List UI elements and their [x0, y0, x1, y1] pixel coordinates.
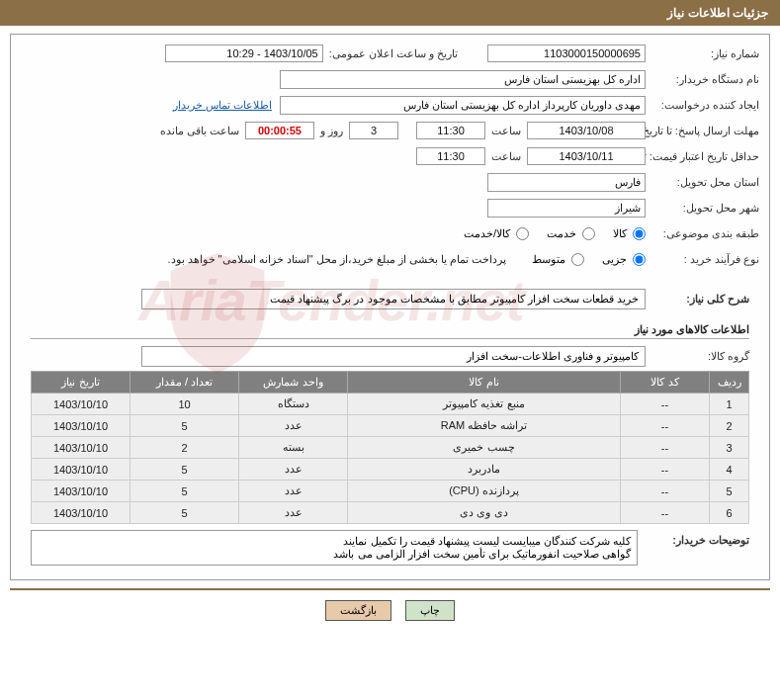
cell-qty: 5	[130, 459, 239, 481]
cell-name: دی وی دی	[348, 502, 621, 524]
cell-row: 1	[710, 394, 749, 415]
table-row: 2--تراشه حافظه RAMعدد51403/10/10	[32, 415, 749, 437]
radio-goods-service[interactable]	[516, 227, 529, 240]
cell-unit: بسته	[239, 437, 348, 459]
cell-code: --	[621, 415, 710, 437]
cell-date: 1403/10/10	[32, 415, 130, 437]
print-button[interactable]: چاپ	[405, 600, 455, 621]
group-label: گروه کالا:	[646, 350, 749, 363]
cell-name: منبع تغذیه کامپیوتر	[348, 394, 621, 415]
buyer-note-line1: کلیه شرکت کنندگان میبایست لیست پیشنهاد ق…	[38, 535, 631, 548]
cell-date: 1403/10/10	[32, 394, 130, 415]
cell-row: 2	[710, 415, 749, 437]
goods-table: ردیف کد کالا نام کالا واحد شمارش تعداد /…	[31, 371, 749, 524]
goods-section-title: اطلاعات کالاهای مورد نیاز	[31, 323, 749, 339]
announce-dt-value: 1403/10/05 - 10:29	[165, 44, 323, 62]
cell-qty: 2	[130, 437, 239, 459]
th-code: کد کالا	[621, 372, 710, 394]
deadline-date: 1403/10/08	[527, 122, 646, 139]
cell-unit: عدد	[239, 459, 348, 481]
process-radio-group: جزیی متوسط	[520, 253, 646, 266]
th-unit: واحد شمارش	[239, 372, 348, 394]
cell-qty: 5	[130, 502, 239, 524]
details-panel: شماره نیاز: 1103000150000695 تاریخ و ساع…	[10, 34, 770, 580]
table-body: 1--منبع تغذیه کامپیوتردستگاه101403/10/10…	[32, 394, 749, 524]
class-radio-group: کالا خدمت کالا/خدمت	[452, 227, 646, 240]
radio-minor-label: جزیی	[602, 253, 627, 266]
class-label: طبقه بندی موضوعی:	[646, 227, 759, 240]
deadline-time: 11:30	[416, 122, 485, 139]
validity-label: حداقل تاریخ اعتبار قیمت: تا تاریخ:	[646, 150, 759, 163]
cell-code: --	[621, 394, 710, 415]
time-word-2: ساعت	[491, 150, 521, 163]
cell-row: 6	[710, 502, 749, 524]
buyer-note-line2: گواهی صلاحیت انفورماتیک برای تأمین سخت ا…	[38, 548, 631, 561]
cell-code: --	[621, 459, 710, 481]
cell-date: 1403/10/10	[32, 437, 130, 459]
general-desc-value: خرید قطعات سخت افزار کامپیوتر مطابق با م…	[141, 289, 646, 309]
radio-medium[interactable]	[571, 253, 584, 266]
radio-service[interactable]	[582, 227, 595, 240]
table-row: 5--پردازنده (CPU)عدد51403/10/10	[32, 481, 749, 502]
table-row: 6--دی وی دیعدد51403/10/10	[32, 502, 749, 524]
radio-goods[interactable]	[633, 227, 646, 240]
table-row: 3--چسب خمیریبسته21403/10/10	[32, 437, 749, 459]
cell-code: --	[621, 437, 710, 459]
cell-unit: عدد	[239, 502, 348, 524]
bottom-divider	[10, 588, 770, 590]
cell-qty: 5	[130, 415, 239, 437]
th-date: تاریخ نیاز	[32, 372, 130, 394]
city-value: شیراز	[487, 199, 646, 218]
validity-time: 11:30	[416, 147, 485, 165]
cell-name: پردازنده (CPU)	[348, 481, 621, 502]
radio-medium-label: متوسط	[532, 253, 565, 266]
requester-value: مهدی داوریان کارپرداز اداره کل بهزیستی ا…	[280, 96, 646, 115]
radio-service-label: خدمت	[547, 227, 576, 240]
buyer-contact-link[interactable]: اطلاعات تماس خریدار	[173, 99, 272, 112]
cell-qty: 10	[130, 394, 239, 415]
button-row: بازگشت چاپ	[0, 600, 780, 621]
process-note: پرداخت تمام یا بخشی از مبلغ خرید،از محل …	[167, 253, 506, 266]
table-row: 4--مادربردعدد51403/10/10	[32, 459, 749, 481]
back-button[interactable]: بازگشت	[325, 600, 391, 621]
cell-unit: عدد	[239, 415, 348, 437]
general-desc-label: شرح کلی نیاز:	[646, 293, 749, 306]
cell-code: --	[621, 481, 710, 502]
radio-goods-label: کالا	[613, 227, 627, 240]
radio-minor[interactable]	[633, 253, 646, 266]
need-no-value: 1103000150000695	[487, 44, 646, 62]
cell-date: 1403/10/10	[32, 459, 130, 481]
days-suffix: روز و	[320, 125, 343, 137]
radio-goods-service-label: کالا/خدمت	[464, 227, 510, 240]
buyer-org-value: اداره کل بهزیستی استان فارس	[280, 70, 646, 89]
th-name: نام کالا	[348, 372, 621, 394]
buyer-org-label: نام دستگاه خریدار:	[646, 73, 759, 86]
cell-date: 1403/10/10	[32, 502, 130, 524]
cell-row: 3	[710, 437, 749, 459]
requester-label: ایجاد کننده درخواست:	[646, 99, 759, 112]
page-header: جزئیات اطلاعات نیاز	[0, 0, 780, 26]
countdown-timer: 00:00:55	[245, 122, 314, 139]
th-row: ردیف	[710, 372, 749, 394]
cell-unit: دستگاه	[239, 394, 348, 415]
table-header-row: ردیف کد کالا نام کالا واحد شمارش تعداد /…	[32, 372, 749, 394]
cell-name: چسب خمیری	[348, 437, 621, 459]
buyer-notes-label: توضیحات خریدار:	[646, 530, 749, 547]
buyer-notes-box: کلیه شرکت کنندگان میبایست لیست پیشنهاد ق…	[31, 530, 638, 566]
th-qty: تعداد / مقدار	[130, 372, 239, 394]
cell-name: تراشه حافظه RAM	[348, 415, 621, 437]
process-label: نوع فرآیند خرید :	[646, 253, 759, 266]
group-value: کامپیوتر و فناوری اطلاعات-سخت افزار	[141, 346, 646, 367]
province-label: استان محل تحویل:	[646, 176, 759, 189]
cell-row: 5	[710, 481, 749, 502]
days-remaining: 3	[349, 122, 398, 139]
announce-dt-label: تاریخ و ساعت اعلان عمومی:	[329, 47, 458, 60]
cell-code: --	[621, 502, 710, 524]
cell-date: 1403/10/10	[32, 481, 130, 502]
validity-date: 1403/10/11	[527, 147, 646, 165]
table-row: 1--منبع تغذیه کامپیوتردستگاه101403/10/10	[32, 394, 749, 415]
city-label: شهر محل تحویل:	[646, 202, 759, 215]
need-no-label: شماره نیاز:	[646, 47, 759, 60]
province-value: فارس	[487, 173, 646, 192]
deadline-label: مهلت ارسال پاسخ: تا تاریخ:	[646, 125, 759, 137]
